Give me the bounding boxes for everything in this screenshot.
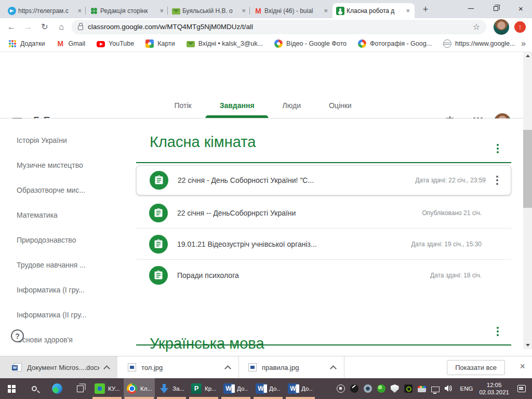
sidebar-item-crafts[interactable]: Трудове навчання ... <box>0 252 135 277</box>
browser-tab-classroom-active[interactable]: Класна робота д × <box>332 3 415 18</box>
notification-center-icon[interactable] <box>517 385 526 392</box>
image-file-icon <box>128 363 136 371</box>
bookmark-photos-video[interactable]: Відео - Google Фото <box>274 39 347 48</box>
network-globe-icon[interactable] <box>377 384 385 393</box>
reload-icon[interactable]: ↻ <box>36 22 53 32</box>
chevron-up-icon[interactable] <box>103 365 110 372</box>
window-minimize-button[interactable] <box>459 0 483 17</box>
scroll-down-icon[interactable] <box>523 341 532 349</box>
bookmarks-overflow-icon[interactable]: » <box>521 39 526 48</box>
tab-stream[interactable]: Потік <box>160 93 205 118</box>
assignment-row[interactable]: Поради психолога Дата здачі: 18 січ. <box>136 260 511 291</box>
webcam-icon[interactable] <box>364 384 372 393</box>
tab-close-icon[interactable]: × <box>405 7 411 15</box>
youtube-icon <box>97 41 105 47</box>
section-classroom: Класна кімната 22 січня - День Соборност… <box>136 118 511 151</box>
taskbar-clock[interactable]: 12:05 02.03.2021 <box>479 381 509 396</box>
sidebar-item-math[interactable]: Математика <box>0 203 135 228</box>
taskbar-app-publisher[interactable]: P Кр... <box>188 378 219 399</box>
task-view-button[interactable] <box>69 378 91 399</box>
section-menu-icon[interactable] <box>491 325 504 338</box>
bookmark-google[interactable]: https://www.google... <box>443 39 515 48</box>
sidebar-item-science[interactable]: Природознавство <box>0 228 135 252</box>
browser-profile-avatar[interactable] <box>494 19 509 35</box>
assignment-row[interactable]: 19.01.21 Відеозустріч учнівської організ… <box>136 229 511 260</box>
help-icon[interactable]: ? <box>11 329 24 342</box>
back-icon[interactable]: ← <box>3 22 20 32</box>
sidebar-item-art[interactable]: Образотворче мис... <box>0 178 135 203</box>
bookmark-photos[interactable]: Фотографія - Goog... <box>358 39 432 48</box>
window-restore-button[interactable] <box>484 0 508 17</box>
assignment-menu-icon[interactable] <box>491 174 503 187</box>
tab-title: https://телеграм.с <box>18 7 74 15</box>
taskbar-app-ku[interactable]: КУ... <box>91 378 123 399</box>
bookmark-gmail[interactable]: M Gmail <box>56 39 85 48</box>
tab-classwork[interactable]: Завдання <box>206 93 269 118</box>
taskbar-app-downloader[interactable]: За... <box>156 378 187 399</box>
taskbar-app-word-2[interactable]: W До... <box>252 378 284 399</box>
tab-grades[interactable]: Оцінки <box>315 93 366 118</box>
bookmark-label: Відео - Google Фото <box>286 40 347 47</box>
browser-tab-mail[interactable]: Буяльській Н.В. о × <box>168 3 250 18</box>
download-item-pravyla[interactable]: правила.jpg <box>239 356 344 378</box>
download-item-tol[interactable]: тол.jpg <box>117 356 239 378</box>
volume-icon[interactable] <box>445 384 453 393</box>
new-tab-button[interactable]: + <box>419 3 432 17</box>
scroll-up-icon[interactable] <box>523 52 532 60</box>
bookmark-inbox[interactable]: Вхідні • kalsk_3@uk... <box>187 40 263 47</box>
sidebar-item-informatics-2[interactable]: Інформатика (ІІ гру... <box>0 302 135 327</box>
page-scrollbar[interactable] <box>523 52 532 349</box>
section-menu-icon[interactable] <box>491 142 504 155</box>
tab-close-icon[interactable]: × <box>323 7 329 15</box>
bookmark-apps[interactable]: Додатки <box>8 39 45 48</box>
gmail-icon: M <box>56 39 64 48</box>
browser-tab-inbox[interactable]: M Вхідні (46) - buial × <box>250 3 332 18</box>
section-title: Українська мова <box>150 320 511 352</box>
taskbar-app-chrome[interactable]: Кл... <box>124 378 155 399</box>
screen-snip-icon[interactable] <box>337 384 345 393</box>
bookmark-star-icon[interactable]: ☆ <box>473 22 480 32</box>
printer-icon[interactable] <box>418 386 426 392</box>
tab-people[interactable]: Люди <box>269 93 315 118</box>
bookmark-youtube[interactable]: YouTube <box>97 40 134 47</box>
download-item-docx[interactable]: Документ Micros....docx <box>0 356 117 378</box>
browser-tab-telegram[interactable]: https://телеграм.с × <box>4 3 86 18</box>
photos-pinwheel-icon <box>358 39 366 48</box>
assignment-card[interactable]: 22 січня - День Соборності України! "С..… <box>136 165 511 195</box>
security-shield-icon[interactable] <box>391 384 399 393</box>
show-all-downloads-button[interactable]: Показати все <box>447 360 505 375</box>
downloads-close-icon[interactable]: × <box>520 361 525 372</box>
address-bar[interactable]: classroom.google.com/w/MTQ4MTg5NjM0MDUz/… <box>72 20 486 34</box>
sidebar-item-history[interactable]: Історія України <box>0 128 135 153</box>
browser-tab-edit-page[interactable]: Редакція сторінк × <box>86 3 168 18</box>
extension-icon[interactable]: ↑ <box>514 21 526 33</box>
sidebar-item-informatics-1[interactable]: Інформатика (І гру... <box>0 277 135 302</box>
system-tray: ENG 12:05 02.03.2021 <box>337 381 532 396</box>
url-text[interactable]: classroom.google.com/w/MTQ4MTg5NjM0MDUz/… <box>88 23 473 31</box>
taskbar-app-word-3[interactable]: W До... <box>285 378 316 399</box>
satellite-icon[interactable] <box>350 384 358 393</box>
tab-close-icon[interactable]: × <box>76 7 83 15</box>
home-icon[interactable]: ⌂ <box>53 22 70 32</box>
app-label: До... <box>301 385 313 392</box>
edge-button[interactable] <box>46 378 69 399</box>
secure-lock-icon[interactable] <box>78 25 83 30</box>
scrollbar-thumb[interactable] <box>523 130 532 208</box>
screen: https://телеграм.с × Редакція сторінк × … <box>0 0 532 399</box>
language-indicator[interactable]: ENG <box>460 385 473 392</box>
window-close-button[interactable]: × <box>509 0 532 17</box>
chevron-up-icon[interactable] <box>224 365 231 372</box>
ethernet-icon[interactable] <box>431 387 440 392</box>
tab-close-icon[interactable]: × <box>158 7 165 15</box>
maps-icon <box>145 39 154 48</box>
forward-icon[interactable]: → <box>20 22 36 32</box>
tab-close-icon[interactable]: × <box>241 7 247 15</box>
assignment-row[interactable]: 22 січня -- ДеньСоборнрсті України Опубл… <box>136 197 511 229</box>
start-button[interactable] <box>0 378 23 399</box>
sidebar-item-music[interactable]: Музичне мистецтво <box>0 153 135 178</box>
chevron-up-icon[interactable] <box>330 365 337 372</box>
taskbar-app-word-1[interactable]: W До... <box>220 378 251 399</box>
search-button[interactable] <box>23 378 46 399</box>
nvidia-icon[interactable] <box>404 384 413 393</box>
bookmark-maps[interactable]: Карти <box>145 39 175 48</box>
